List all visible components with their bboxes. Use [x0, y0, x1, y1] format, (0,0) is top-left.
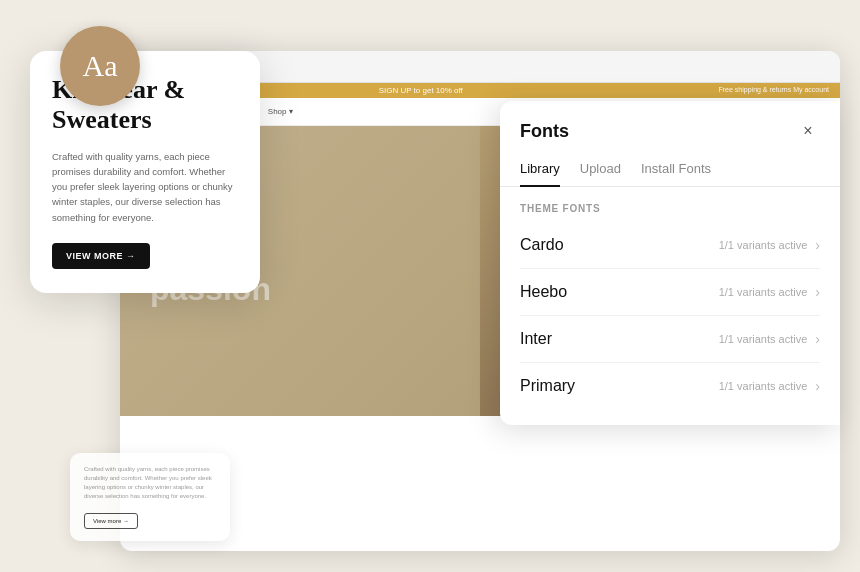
fonts-panel-title: Fonts	[520, 121, 569, 142]
view-more-button[interactable]: VIEW MORE →	[52, 243, 150, 269]
aa-badge: Aa	[60, 26, 140, 106]
fonts-panel-header: Fonts ×	[500, 101, 840, 155]
product-card: Knitwear & Sweaters Crafted with quality…	[30, 51, 260, 293]
font-name-cardo: Cardo	[520, 236, 564, 254]
font-item-primary[interactable]: Primary 1/1 variants active ›	[520, 363, 820, 409]
mini-view-more-button[interactable]: View more →	[84, 513, 138, 529]
theme-fonts-label: THEME FONTS	[520, 203, 820, 214]
font-name-inter: Inter	[520, 330, 552, 348]
nav-shop[interactable]: Shop ▾	[268, 107, 293, 116]
fonts-panel-body: THEME FONTS Cardo 1/1 variants active › …	[500, 187, 840, 425]
font-variants-cardo: 1/1 variants active	[719, 239, 808, 251]
tab-upload[interactable]: Upload	[580, 155, 621, 186]
font-variants-inter: 1/1 variants active	[719, 333, 808, 345]
font-name-primary: Primary	[520, 377, 575, 395]
close-button[interactable]: ×	[796, 119, 820, 143]
font-variants-primary: 1/1 variants active	[719, 380, 808, 392]
aa-label: Aa	[83, 49, 118, 83]
chevron-right-icon-primary: ›	[815, 378, 820, 394]
chevron-right-icon-cardo: ›	[815, 237, 820, 253]
font-meta-cardo: 1/1 variants active ›	[719, 237, 820, 253]
font-item-heebo[interactable]: Heebo 1/1 variants active ›	[520, 269, 820, 316]
chevron-right-icon-inter: ›	[815, 331, 820, 347]
mini-card-body: Crafted with quality yarns, each piece p…	[84, 465, 216, 501]
tab-install-fonts[interactable]: Install Fonts	[641, 155, 711, 186]
font-meta-inter: 1/1 variants active ›	[719, 331, 820, 347]
top-bar-text: SIGN UP to get 10% off	[379, 86, 463, 95]
mini-card: Crafted with quality yarns, each piece p…	[70, 453, 230, 541]
fonts-panel: Fonts × Library Upload Install Fonts THE…	[500, 101, 840, 425]
scene: Aa SIGN UP to get 10% off Free shipping …	[20, 21, 840, 551]
fonts-panel-tabs: Library Upload Install Fonts	[500, 155, 840, 187]
font-meta-primary: 1/1 variants active ›	[719, 378, 820, 394]
font-item-cardo[interactable]: Cardo 1/1 variants active ›	[520, 222, 820, 269]
font-item-inter[interactable]: Inter 1/1 variants active ›	[520, 316, 820, 363]
font-meta-heebo: 1/1 variants active ›	[719, 284, 820, 300]
top-bar-right: Free shipping & returns My account	[719, 86, 830, 93]
chevron-right-icon-heebo: ›	[815, 284, 820, 300]
font-name-heebo: Heebo	[520, 283, 567, 301]
font-variants-heebo: 1/1 variants active	[719, 286, 808, 298]
card-body: Crafted with quality yarns, each piece p…	[52, 149, 238, 225]
tab-library[interactable]: Library	[520, 155, 560, 186]
